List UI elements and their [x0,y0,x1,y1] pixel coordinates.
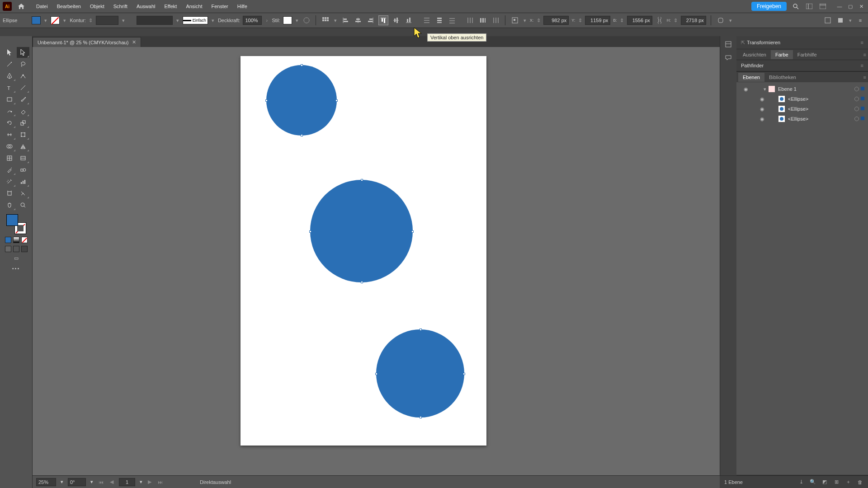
shape-builder-tool-icon[interactable] [3,141,16,152]
menu-fenster[interactable]: Fenster [207,4,232,9]
layer-row[interactable]: ◉ ▾ Ebene 1 [736,84,868,94]
selection-tool-icon[interactable] [3,47,16,58]
zoom-tool-icon[interactable] [17,200,29,211]
shape-properties-icon[interactable] [716,15,726,25]
selection-handle[interactable] [411,230,414,233]
align-panel-icon[interactable] [321,15,330,25]
panel-menu-icon[interactable]: ≡ [863,52,866,57]
document-tab-close-icon[interactable]: ✕ [132,39,136,45]
none-mode-icon[interactable] [21,237,28,243]
maximize-button[interactable]: ▢ [846,3,854,9]
menu-objekt[interactable]: Objekt [85,4,109,9]
visibility-icon[interactable]: ◉ [738,86,754,92]
layers-for-export-icon[interactable]: ⤓ [797,479,805,485]
target-icon[interactable] [854,117,859,121]
column-graph-tool-icon[interactable] [17,176,29,187]
constrain-proportions-icon[interactable] [655,16,664,25]
make-clipping-mask-icon[interactable]: ◩ [821,479,828,485]
paintbrush-tool-icon[interactable] [17,94,29,105]
align-to-dropdown[interactable]: ▾ [523,18,527,23]
stroke-weight-field[interactable] [96,16,118,25]
style-dropdown[interactable]: ▾ [295,18,299,23]
farbe-tab[interactable]: Farbe [771,50,793,59]
menu-effekt[interactable]: Effekt [160,4,181,9]
transform-panel-header[interactable]: ⇱ Transformieren ≡ [736,36,868,49]
distribute-top-icon[interactable] [422,15,432,25]
rotation-field[interactable]: 0° [68,478,86,486]
pen-tool-icon[interactable] [3,70,16,81]
selection-handle[interactable] [420,416,422,418]
menu-datei[interactable]: Datei [32,4,52,9]
magic-wand-tool-icon[interactable] [3,59,16,70]
line-tool-icon[interactable] [17,82,29,93]
rotate-tool-icon[interactable] [3,117,16,128]
search-icon[interactable] [791,2,800,11]
edit-toolbar-icon[interactable]: ••• [12,266,20,271]
target-icon[interactable] [854,87,859,91]
brush-dropdown[interactable]: ▾ [211,18,215,23]
artboard-index-field[interactable]: 1 [119,478,135,486]
align-to-icon[interactable] [510,15,520,25]
opacity-field[interactable]: 100% [243,16,262,25]
shaper-tool-icon[interactable] [3,106,16,117]
fill-color-icon[interactable] [6,214,18,226]
gradient-tool-icon[interactable] [17,153,29,164]
isolate-icon[interactable] [823,15,833,25]
recolor-icon[interactable] [302,16,311,25]
artboard-dropdown[interactable]: ▾ [140,479,142,485]
gradient-mode-icon[interactable] [13,237,19,243]
workspace-switcher-icon[interactable] [805,2,814,11]
selection-handle[interactable] [420,328,422,331]
comments-panel-icon[interactable] [724,53,733,62]
selection-handle[interactable] [265,99,268,102]
rotation-dropdown[interactable]: ▾ [90,479,93,485]
menu-bearbeiten[interactable]: Bearbeiten [52,4,85,9]
first-artboard-icon[interactable]: ⏮ [98,479,104,485]
shape-properties-dropdown[interactable]: ▾ [728,18,733,23]
last-artboard-icon[interactable]: ⏭ [157,479,164,485]
prev-artboard-icon[interactable]: ◀ [109,479,114,485]
target-icon[interactable] [854,107,859,111]
slice-tool-icon[interactable] [17,188,29,199]
menu-hilfe[interactable]: Hilfe [233,4,252,9]
stroke-weight-stepper[interactable]: ⇕ [89,18,93,23]
y-stepper[interactable]: ⇕ [578,18,582,23]
eyedropper-tool-icon[interactable] [3,164,16,175]
selection-handle[interactable] [301,134,303,136]
y-field[interactable]: 1159 px [585,16,610,25]
selection-handle[interactable] [309,230,311,233]
farbhilfe-tab[interactable]: Farbhilfe [793,50,821,59]
scale-tool-icon[interactable] [17,117,29,128]
layer-name[interactable]: Ebene 1 [778,86,854,92]
edit-selection-dropdown[interactable]: ▾ [848,18,853,23]
style-swatch[interactable] [283,16,292,24]
h-field[interactable]: 2718 px [681,16,706,25]
home-icon[interactable] [16,2,26,10]
minimize-button[interactable]: — [835,3,844,9]
variable-width-dropdown[interactable]: ▾ [175,18,180,23]
lasso-tool-icon[interactable] [17,59,29,70]
align-hcenter-icon[interactable] [353,15,363,25]
visibility-icon[interactable]: ◉ [755,116,770,122]
align-top-icon[interactable] [378,15,388,25]
zoom-dropdown[interactable]: ▾ [61,479,63,485]
align-right-icon[interactable] [366,15,376,25]
arrange-documents-icon[interactable] [818,2,827,11]
fill-stroke-control[interactable] [6,214,26,234]
w-stepper[interactable]: ⇕ [620,18,624,23]
fill-dropdown[interactable]: ▾ [43,18,48,23]
ausrichten-tab[interactable]: Ausrichten [738,50,771,59]
panel-menu-icon[interactable]: ≡ [861,63,863,68]
selection-handle[interactable] [463,373,465,375]
align-bottom-icon[interactable] [404,15,414,25]
sublayer-row[interactable]: ◉ <Ellipse> [736,114,868,124]
pathfinder-panel-header[interactable]: Pathfinder ≡ [736,60,868,71]
direct-selection-tool-icon[interactable] [17,47,29,58]
locate-object-icon[interactable]: 🔍 [809,479,816,485]
sublayer-name[interactable]: <Ellipse> [788,96,854,102]
screen-mode-icon[interactable]: ▭ [13,255,19,261]
ebenen-tab[interactable]: Ebenen [738,73,764,82]
visibility-icon[interactable]: ◉ [755,106,770,112]
align-panel-dropdown[interactable]: ▾ [333,18,338,23]
stroke-dropdown[interactable]: ▾ [62,18,67,23]
